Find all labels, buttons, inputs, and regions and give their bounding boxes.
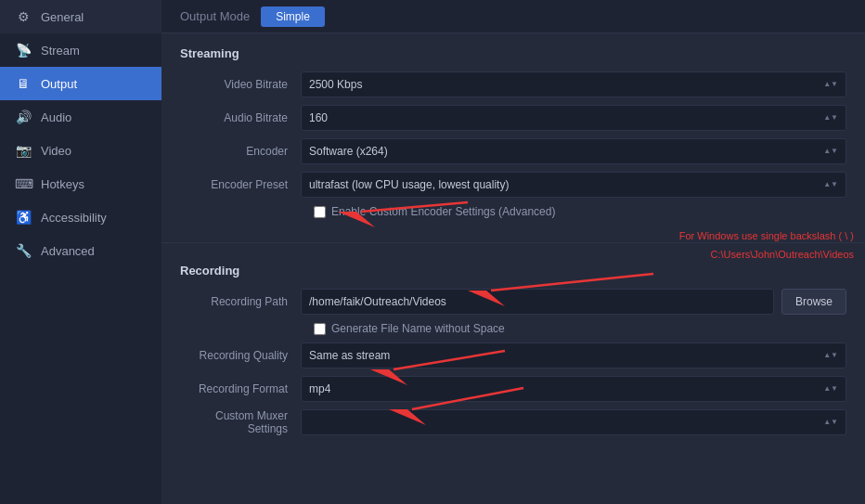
recording-quality-select[interactable]: Same as stream ▲▼ [301, 342, 846, 368]
advanced-icon: 🔧 [15, 243, 32, 258]
section-divider [161, 242, 865, 243]
sidebar-item-stream[interactable]: 📡 Stream [0, 33, 161, 67]
audio-bitrate-select[interactable]: 160 ▲▼ [301, 105, 846, 131]
video-bitrate-row: Video Bitrate 2500 Kbps ▲▼ [180, 71, 846, 97]
muxer-input[interactable]: ▲▼ [301, 409, 846, 435]
output-mode-label: Output Mode [180, 9, 250, 23]
audio-bitrate-value: 160 [309, 111, 328, 124]
encoder-value: Software (x264) [309, 145, 388, 158]
muxer-label: Custom Muxer Settings [180, 409, 301, 435]
sidebar-label-advanced: Advanced [41, 244, 95, 258]
encoder-preset-arrows: ▲▼ [823, 181, 838, 188]
recording-path-input[interactable] [301, 289, 774, 315]
video-bitrate-value: 2500 Kbps [309, 78, 362, 91]
recording-title: Recording [180, 264, 846, 278]
output-mode-bar: Output Mode Simple [161, 0, 865, 33]
encoder-row: Encoder Software (x264) ▲▼ [180, 138, 846, 164]
recording-path-label: Recording Path [180, 295, 301, 308]
sidebar: ⚙ General 📡 Stream 🖥 Output 🔊 Audio 📷 Vi… [0, 0, 161, 504]
sidebar-label-video: Video [41, 144, 71, 158]
sidebar-label-stream: Stream [41, 44, 80, 58]
sidebar-item-advanced[interactable]: 🔧 Advanced [0, 234, 161, 267]
audio-bitrate-row: Audio Bitrate 160 ▲▼ [180, 105, 846, 131]
sidebar-item-accessibility[interactable]: ♿ Accessibility [0, 200, 161, 234]
gear-icon: ⚙ [15, 9, 32, 24]
audio-bitrate-label: Audio Bitrate [180, 111, 301, 124]
recording-quality-label: Recording Quality [180, 349, 301, 362]
muxer-row: Custom Muxer Settings ▲▼ [180, 409, 846, 435]
recording-path-row: Recording Path Browse [180, 289, 846, 315]
audio-icon: 🔊 [15, 110, 32, 124]
encoder-select[interactable]: Software (x264) ▲▼ [301, 138, 846, 164]
encoder-preset-value: ultrafast (low CPU usage, lowest quality… [309, 178, 509, 191]
sidebar-label-general: General [41, 10, 84, 24]
streaming-section: Streaming Video Bitrate 2500 Kbps ▲▼ Aud… [161, 33, 865, 235]
accessibility-icon: ♿ [15, 210, 32, 225]
recording-format-row: Recording Format mp4 ▲▼ [180, 376, 846, 402]
stream-icon: 📡 [15, 43, 32, 58]
video-bitrate-arrows: ▲▼ [823, 81, 838, 88]
recording-format-label: Recording Format [180, 382, 301, 395]
simple-tab[interactable]: Simple [261, 6, 325, 27]
sidebar-item-general[interactable]: ⚙ General [0, 0, 161, 33]
hotkeys-icon: ⌨ [15, 176, 32, 191]
sidebar-label-hotkeys: Hotkeys [41, 177, 84, 191]
sidebar-label-accessibility: Accessibility [41, 211, 107, 225]
generate-filename-label: Generate File Name without Space [331, 322, 505, 335]
encoder-arrows: ▲▼ [823, 148, 838, 155]
video-icon: 📷 [15, 143, 32, 158]
enable-custom-row: Enable Custom Encoder Settings (Advanced… [180, 205, 846, 218]
audio-bitrate-arrows: ▲▼ [823, 114, 838, 122]
encoder-label: Encoder [180, 145, 301, 158]
generate-filename-row: Generate File Name without Space [180, 322, 846, 335]
sidebar-item-output[interactable]: 🖥 Output [0, 67, 161, 100]
generate-filename-checkbox[interactable] [314, 323, 326, 335]
video-bitrate-select[interactable]: 2500 Kbps ▲▼ [301, 71, 846, 97]
encoder-preset-label: Encoder Preset [180, 178, 301, 191]
recording-quality-value: Same as stream [309, 349, 390, 362]
sidebar-label-output: Output [41, 77, 77, 91]
sidebar-label-audio: Audio [41, 110, 71, 124]
muxer-arrows: ▲▼ [823, 419, 838, 426]
recording-quality-row: Recording Quality Same as stream ▲▼ [180, 342, 846, 368]
enable-custom-label: Enable Custom Encoder Settings (Advanced… [331, 205, 555, 218]
recording-section: Recording Recording Path Browse Generate… [161, 251, 865, 452]
encoder-preset-select[interactable]: ultrafast (low CPU usage, lowest quality… [301, 172, 846, 198]
sidebar-item-audio[interactable]: 🔊 Audio [0, 100, 161, 134]
video-bitrate-label: Video Bitrate [180, 78, 301, 91]
output-icon: 🖥 [15, 76, 32, 91]
sidebar-item-video[interactable]: 📷 Video [0, 134, 161, 167]
encoder-preset-row: Encoder Preset ultrafast (low CPU usage,… [180, 172, 846, 198]
main-content: Output Mode Simple Streaming Video Bitra… [161, 0, 865, 504]
recording-quality-arrows: ▲▼ [823, 352, 838, 359]
streaming-title: Streaming [180, 46, 846, 60]
recording-format-value: mp4 [309, 382, 330, 395]
enable-custom-checkbox[interactable] [314, 206, 326, 218]
sidebar-item-hotkeys[interactable]: ⌨ Hotkeys [0, 167, 161, 200]
browse-button[interactable]: Browse [781, 289, 846, 315]
recording-format-arrows: ▲▼ [823, 385, 838, 393]
recording-format-select[interactable]: mp4 ▲▼ [301, 376, 846, 402]
recording-path-control: Browse [301, 289, 846, 315]
